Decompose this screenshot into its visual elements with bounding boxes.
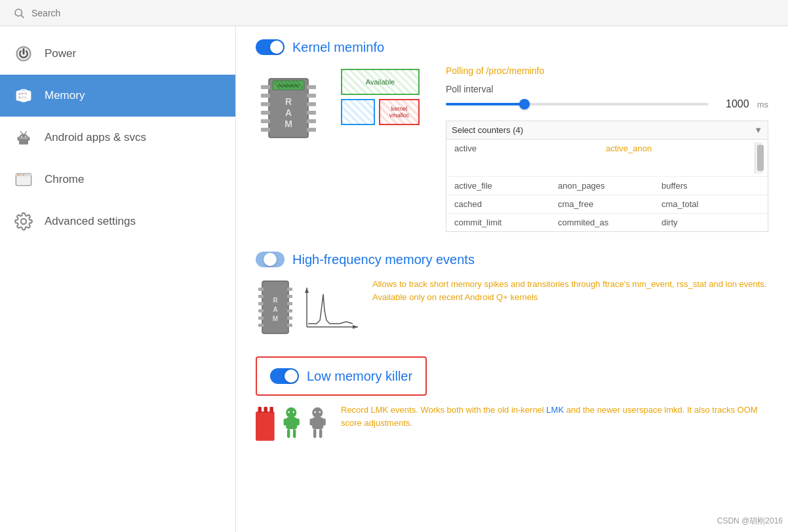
- memory-blocks: Available kernel vmalloc: [341, 69, 420, 125]
- counter-cell[interactable]: dirty: [659, 216, 762, 229]
- meminfo-settings: Polling of /proc/meminfo Poll interval 1…: [446, 66, 768, 232]
- hf-illustration: R A M: [256, 278, 359, 337]
- poll-interval-slider[interactable]: [446, 103, 709, 105]
- svg-rect-28: [261, 111, 270, 115]
- svg-text:Available: Available: [278, 83, 300, 88]
- svg-text:A: A: [285, 107, 292, 118]
- lmk-box: Low memory killer: [256, 356, 427, 396]
- counter-cell[interactable]: active_anon: [603, 142, 755, 174]
- svg-rect-79: [287, 429, 290, 438]
- sidebar-item-chrome-label: Chrome: [45, 173, 84, 186]
- gear-icon: [13, 211, 34, 232]
- svg-point-15: [25, 136, 26, 137]
- svg-rect-69: [256, 411, 275, 441]
- scroll-down-icon: ▼: [754, 125, 762, 135]
- svg-rect-26: [261, 94, 270, 98]
- svg-rect-58: [287, 302, 292, 305]
- watermark: CSDN @胡刚2016: [717, 516, 783, 527]
- table-row: active_file anon_pages buffers: [446, 177, 768, 195]
- svg-rect-88: [319, 429, 322, 438]
- svg-rect-86: [323, 419, 325, 426]
- counter-cell[interactable]: cached: [452, 198, 555, 210]
- table-row: cached cma_free cma_total: [446, 195, 768, 214]
- counter-cell[interactable]: active: [452, 142, 603, 174]
- svg-rect-52: [258, 302, 264, 305]
- svg-rect-57: [287, 295, 292, 298]
- poll-value: 1000: [717, 98, 749, 110]
- svg-text:M: M: [285, 119, 292, 129]
- search-input[interactable]: [31, 8, 425, 18]
- svg-rect-35: [307, 119, 316, 123]
- sidebar-item-power[interactable]: Power: [0, 33, 235, 75]
- svg-rect-36: [307, 128, 316, 132]
- svg-rect-76: [286, 417, 297, 429]
- lmk-toggle[interactable]: [270, 368, 299, 384]
- svg-rect-31: [307, 85, 316, 89]
- svg-point-20: [18, 174, 19, 176]
- counter-cell[interactable]: cma_total: [659, 198, 762, 210]
- high-frequency-toggle[interactable]: [256, 252, 285, 267]
- slider-row: 1000 ms: [446, 98, 768, 110]
- svg-rect-84: [312, 417, 323, 429]
- lmk-description: Record LMK events. Works both with the o…: [341, 404, 768, 429]
- svg-point-21: [20, 174, 22, 176]
- svg-rect-25: [261, 85, 270, 89]
- counters-header-label: Select counters (4): [452, 125, 754, 135]
- svg-rect-87: [313, 429, 316, 438]
- svg-point-83: [319, 411, 321, 413]
- search-bar: [0, 0, 788, 26]
- search-icon: [13, 7, 25, 19]
- lmk-section-body: Record LMK events. Works both with the o…: [256, 404, 768, 443]
- svg-rect-77: [284, 419, 286, 426]
- hf-description: Allows to track short memory spikes and …: [372, 278, 768, 303]
- svg-rect-54: [258, 316, 264, 320]
- counter-cell[interactable]: active_file: [452, 180, 555, 192]
- kernel-meminfo-body: R A M Available: [256, 66, 768, 232]
- counter-cell[interactable]: commit_limit: [452, 216, 555, 229]
- svg-line-1: [21, 15, 24, 18]
- lmk-icons: [256, 404, 328, 443]
- counter-cell[interactable]: commited_as: [555, 216, 659, 229]
- sidebar-item-advanced-settings[interactable]: Advanced settings: [0, 200, 235, 242]
- counter-cell[interactable]: cma_free: [555, 198, 659, 210]
- sidebar-item-chrome[interactable]: Chrome: [0, 159, 235, 200]
- svg-point-73: [286, 408, 296, 418]
- chrome-icon: [13, 169, 34, 190]
- sidebar-item-android-apps[interactable]: Android apps & svcs: [0, 117, 235, 159]
- lmk-description-area: Record LMK events. Works both with the o…: [341, 404, 768, 429]
- lmk-link[interactable]: LMK: [546, 405, 564, 415]
- svg-text:R: R: [285, 96, 292, 107]
- svg-rect-33: [307, 102, 316, 106]
- svg-text:A: A: [273, 306, 277, 313]
- svg-line-16: [20, 132, 22, 134]
- counters-table-wrapper: Select counters (4) ▼ active active_anon: [446, 121, 768, 232]
- counter-cell[interactable]: anon_pages: [555, 180, 659, 192]
- svg-point-82: [314, 411, 316, 413]
- svg-rect-53: [258, 309, 264, 313]
- svg-rect-61: [287, 324, 292, 327]
- svg-text:R: R: [273, 297, 278, 304]
- poll-unit: ms: [757, 100, 768, 109]
- kernel-meminfo-title: Kernel meminfo: [292, 40, 384, 55]
- counter-cell[interactable]: buffers: [659, 180, 762, 192]
- sidebar-item-memory-label: Memory: [45, 89, 85, 102]
- sidebar-item-advanced-label: Advanced settings: [45, 215, 136, 228]
- svg-rect-78: [297, 419, 300, 426]
- table-row: active active_anon: [446, 140, 768, 177]
- svg-rect-50: [258, 288, 264, 291]
- poll-interval-label: Poll interval: [446, 84, 768, 94]
- svg-point-81: [312, 408, 323, 418]
- svg-marker-67: [305, 288, 309, 293]
- high-frequency-section: High-frequency memory events: [256, 252, 768, 337]
- svg-rect-51: [258, 295, 264, 298]
- svg-point-22: [23, 174, 24, 176]
- svg-point-74: [288, 411, 290, 413]
- counters-table: Select counters (4) ▼ active active_anon: [446, 121, 768, 232]
- sidebar-item-memory[interactable]: ⊙ Memory: [0, 75, 235, 117]
- kernel-meminfo-header: Kernel meminfo: [256, 39, 768, 55]
- poll-label: Polling of /proc/meminfo: [446, 66, 768, 76]
- svg-point-14: [21, 136, 22, 137]
- kernel-meminfo-toggle[interactable]: [256, 39, 285, 55]
- svg-rect-71: [264, 407, 267, 413]
- svg-rect-85: [309, 419, 312, 426]
